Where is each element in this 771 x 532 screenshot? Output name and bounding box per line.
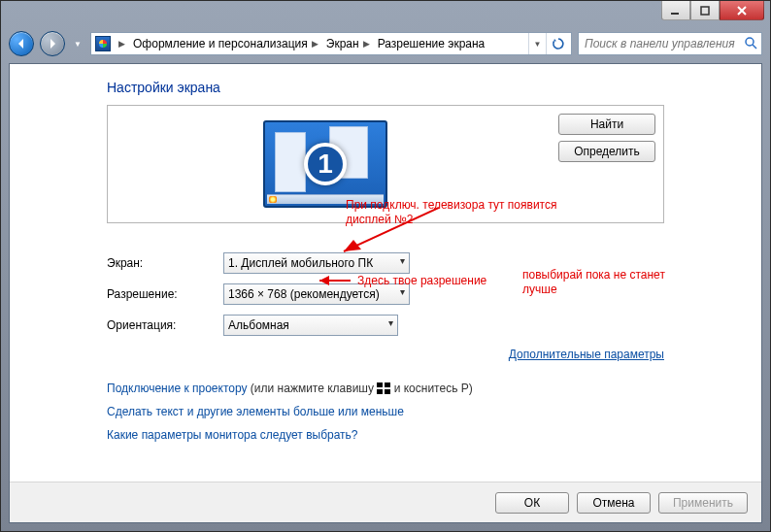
- windows-key-icon: [377, 382, 390, 394]
- svg-rect-0: [671, 13, 679, 15]
- search-icon: [744, 36, 757, 52]
- breadcrumb-sep[interactable]: ▶: [113, 33, 129, 54]
- forward-button[interactable]: [40, 31, 65, 56]
- dialog-button-bar: ОК Отмена Применить: [10, 482, 761, 522]
- which-settings-link[interactable]: Какие параметры монитора следует выбрать…: [107, 428, 358, 442]
- address-bar[interactable]: ▶ Оформление и персонализация▶ Экран▶ Ра…: [90, 32, 572, 55]
- detect-button[interactable]: Найти: [558, 114, 655, 135]
- orientation-select[interactable]: Альбомная: [223, 315, 398, 336]
- page-title: Настройки экрана: [107, 80, 742, 95]
- window-controls: [661, 1, 764, 20]
- svg-point-2: [746, 38, 754, 46]
- nav-history-dropdown[interactable]: ▼: [71, 35, 84, 52]
- resolution-select[interactable]: 1366 × 768 (рекомендуется): [223, 283, 410, 305]
- search-box[interactable]: [578, 32, 762, 55]
- svg-marker-5: [344, 240, 361, 251]
- maximize-button[interactable]: [690, 1, 720, 20]
- settings-form: Экран: 1. Дисплей мобильного ПК Разрешен…: [107, 252, 664, 336]
- monitor-preview-panel: 1 Найти Определить: [107, 105, 664, 223]
- close-button[interactable]: [720, 1, 764, 20]
- help-links: Подключение к проектору (или нажмите кла…: [107, 377, 742, 447]
- back-button[interactable]: [9, 31, 34, 56]
- projector-link[interactable]: Подключение к проектору: [107, 382, 248, 395]
- refresh-button[interactable]: [546, 33, 569, 54]
- window-frame: ▼ ▶ Оформление и персонализация▶ Экран▶ …: [0, 0, 771, 532]
- display-label: Экран:: [107, 256, 223, 270]
- svg-line-3: [753, 45, 756, 49]
- breadcrumb-item[interactable]: Оформление и персонализация▶: [129, 33, 322, 54]
- breadcrumb-item[interactable]: Разрешение экрана: [374, 33, 489, 54]
- orientation-label: Ориентация:: [107, 318, 223, 332]
- resolution-label: Разрешение:: [107, 287, 223, 301]
- advanced-settings-link[interactable]: Дополнительные параметры: [107, 348, 664, 361]
- projector-note: (или нажмите клавишу и коснитесь P): [251, 382, 473, 395]
- search-input[interactable]: [583, 36, 744, 51]
- svg-rect-1: [701, 7, 709, 15]
- monitor-number: 1: [304, 143, 347, 185]
- control-panel-icon: [95, 36, 111, 51]
- identify-button[interactable]: Определить: [558, 141, 655, 162]
- cancel-button[interactable]: Отмена: [577, 492, 651, 514]
- nav-bar: ▼ ▶ Оформление и персонализация▶ Экран▶ …: [9, 30, 762, 57]
- breadcrumb-item[interactable]: Экран▶: [322, 33, 374, 54]
- minimize-button[interactable]: [661, 1, 690, 20]
- display-select[interactable]: 1. Дисплей мобильного ПК: [223, 252, 410, 274]
- apply-button[interactable]: Применить: [658, 492, 748, 514]
- ok-button[interactable]: ОК: [495, 492, 569, 514]
- text-size-link[interactable]: Сделать текст и другие элементы больше и…: [107, 405, 404, 418]
- client-area: Настройки экрана 1 Найти Определить Экра…: [9, 63, 762, 523]
- address-dropdown[interactable]: ▼: [528, 33, 546, 54]
- monitor-thumbnail[interactable]: 1: [263, 120, 387, 208]
